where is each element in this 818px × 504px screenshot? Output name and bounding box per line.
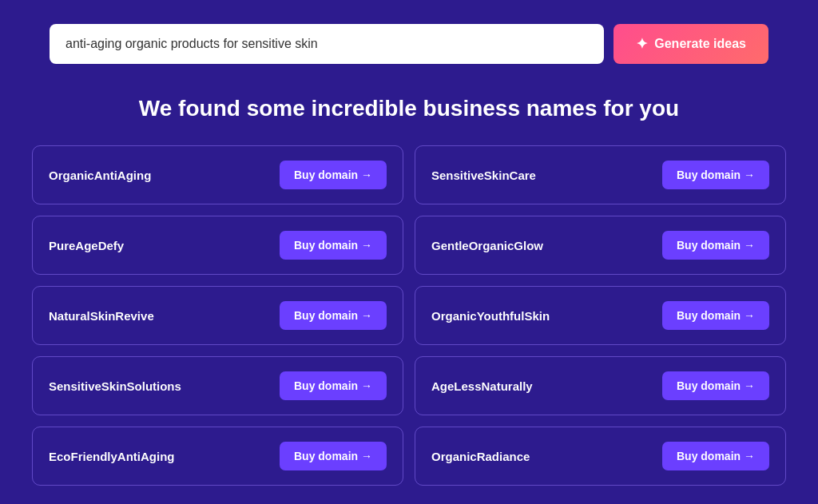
business-name: GentleOrganicGlow	[431, 239, 543, 252]
result-card: GentleOrganicGlowBuy domain →	[415, 216, 786, 275]
result-card: SensitiveSkinCareBuy domain →	[415, 145, 786, 204]
business-name: NaturalSkinRevive	[49, 309, 154, 323]
results-grid: OrganicAntiAgingBuy domain →SensitiveSki…	[32, 145, 786, 486]
business-name: SensitiveSkinSolutions	[49, 379, 181, 393]
buy-domain-button[interactable]: Buy domain →	[280, 161, 387, 189]
buy-domain-button[interactable]: Buy domain →	[280, 301, 387, 330]
result-card: OrganicRadianceBuy domain →	[415, 427, 786, 486]
business-name: SensitiveSkinCare	[431, 169, 536, 182]
result-card: SensitiveSkinSolutionsBuy domain →	[32, 356, 403, 415]
buy-domain-button[interactable]: Buy domain →	[662, 442, 769, 470]
buy-domain-button[interactable]: Buy domain →	[280, 231, 387, 260]
result-card: PureAgeDefyBuy domain →	[32, 216, 403, 275]
page-headline: We found some incredible business names …	[139, 96, 679, 121]
buy-domain-button[interactable]: Buy domain →	[662, 231, 769, 260]
result-card: NaturalSkinReviveBuy domain →	[32, 286, 403, 345]
page-container: ✦ Generate ideas We found some incredibl…	[0, 0, 818, 504]
result-card: OrganicAntiAgingBuy domain →	[32, 145, 403, 204]
generate-button[interactable]: ✦ Generate ideas	[614, 24, 768, 64]
business-name: OrganicYouthfulSkin	[431, 309, 550, 323]
business-name: AgeLessNaturally	[431, 379, 533, 393]
result-card: EcoFriendlyAntiAgingBuy domain →	[32, 427, 403, 486]
search-input[interactable]	[50, 24, 604, 64]
buy-domain-button[interactable]: Buy domain →	[662, 371, 769, 400]
business-name: EcoFriendlyAntiAging	[49, 450, 175, 463]
business-name: OrganicRadiance	[431, 450, 530, 463]
sparkle-icon: ✦	[636, 35, 648, 53]
business-name: PureAgeDefy	[49, 239, 124, 252]
business-name: OrganicAntiAging	[49, 169, 151, 182]
result-card: OrganicYouthfulSkinBuy domain →	[415, 286, 786, 345]
result-card: AgeLessNaturallyBuy domain →	[415, 356, 786, 415]
buy-domain-button[interactable]: Buy domain →	[662, 301, 769, 330]
buy-domain-button[interactable]: Buy domain →	[662, 161, 769, 189]
buy-domain-button[interactable]: Buy domain →	[280, 371, 387, 400]
generate-button-label: Generate ideas	[654, 37, 746, 51]
search-row: ✦ Generate ideas	[50, 24, 768, 64]
buy-domain-button[interactable]: Buy domain →	[280, 442, 387, 470]
